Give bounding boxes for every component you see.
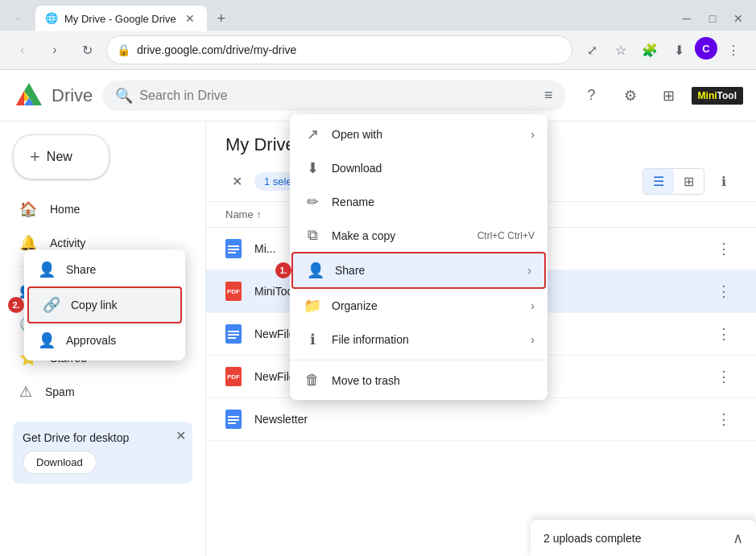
screen-cast-button[interactable]: ⤢: [579, 37, 605, 63]
grid-view-button[interactable]: ⊞: [674, 169, 704, 194]
list-view-button[interactable]: ☰: [643, 169, 674, 194]
home-icon: 🏠: [19, 200, 37, 218]
address-bar: ‹ › ↻ 🔒 drive.google.com/drive/my-drive …: [0, 31, 756, 69]
make-copy-shortcut: Ctrl+C Ctrl+V: [477, 230, 535, 241]
file-info-label: File information: [332, 333, 521, 346]
banner-title: Get Drive for desktop: [23, 431, 183, 444]
search-icon: 🔍: [115, 87, 133, 105]
star-button[interactable]: ☆: [608, 37, 634, 63]
title-bar: ← 🌐 My Drive - Google Drive ✕ + ─ □ ✕: [0, 0, 756, 31]
approvals-label: Approvals: [66, 334, 172, 347]
back-button[interactable]: ←: [6, 6, 32, 31]
organize-menu-item[interactable]: 📁 Organize ›: [290, 289, 547, 323]
approvals-menu-item[interactable]: 👤 Approvals: [24, 323, 185, 357]
make-copy-label: Make a copy: [332, 229, 468, 242]
drive-logo: Drive: [13, 80, 93, 112]
settings-button[interactable]: ⚙: [614, 80, 647, 112]
open-with-label: Open with: [332, 128, 521, 141]
profile-button[interactable]: C: [695, 37, 717, 60]
active-tab[interactable]: 🌐 My Drive - Google Drive ✕: [35, 6, 207, 31]
share-submenu: 👤 Share 2. 🔗 Copy link 👤 Approvals: [24, 249, 185, 360]
info-button[interactable]: ℹ: [711, 169, 737, 195]
trash-icon: 🗑: [303, 372, 322, 389]
url-bar[interactable]: 🔒 drive.google.com/drive/my-drive: [106, 35, 572, 64]
tab-favicon: 🌐: [45, 12, 58, 25]
table-row[interactable]: Newsletter ⋮: [206, 398, 756, 441]
file-info-menu-item[interactable]: ℹ File information ›: [290, 323, 547, 356]
copy-link-icon: 🔗: [42, 296, 61, 314]
download-menu-item[interactable]: ⬇ Download: [290, 151, 547, 185]
organize-icon: 📁: [303, 297, 322, 315]
page-title: My Drive: [225, 134, 295, 154]
forward-nav-button[interactable]: ›: [42, 37, 68, 63]
new-tab-button[interactable]: +: [210, 7, 233, 30]
plus-icon: +: [30, 146, 40, 167]
file-more-button[interactable]: ⋮: [711, 406, 737, 432]
close-button[interactable]: ✕: [727, 7, 750, 30]
sidebar-item-spam[interactable]: ⚠ Spam: [6, 375, 199, 409]
deselect-button[interactable]: ✕: [225, 171, 248, 193]
open-with-menu-item[interactable]: ↗ Open with ›: [290, 117, 547, 151]
file-more-button[interactable]: ⋮: [711, 364, 737, 389]
copy-link-menu-item[interactable]: 2. 🔗 Copy link: [27, 286, 182, 323]
pdf-icon: PDF: [225, 282, 245, 301]
apps-button[interactable]: ⊞: [653, 80, 685, 112]
new-button[interactable]: + New: [13, 134, 109, 179]
svg-marker-4: [16, 91, 24, 105]
help-button[interactable]: ?: [576, 80, 608, 112]
address-actions: ⤢ ☆ 🧩 ⬇ C ⋮: [579, 37, 746, 63]
tab-close-button[interactable]: ✕: [183, 11, 197, 26]
back-nav-button[interactable]: ‹: [10, 37, 35, 63]
approvals-icon: 👤: [37, 332, 56, 349]
open-with-icon: ↗: [303, 126, 322, 143]
download-button[interactable]: ⬇: [666, 37, 692, 63]
browser-chrome: ← 🌐 My Drive - Google Drive ✕ + ─ □ ✕ ‹ …: [0, 0, 756, 70]
doc-icon: [225, 239, 245, 258]
svg-rect-13: [228, 334, 239, 336]
tab-title: My Drive - Google Drive: [64, 13, 176, 25]
organize-label: Organize: [332, 299, 521, 312]
drive-logo-icon: [13, 80, 45, 112]
drive-desktop-banner: ✕ Get Drive for desktop Download: [13, 422, 192, 484]
search-input[interactable]: [139, 89, 538, 103]
download-label: Download: [332, 162, 535, 175]
download-drive-button[interactable]: Download: [23, 451, 97, 474]
sidebar-item-home[interactable]: 🏠 Home: [6, 192, 199, 226]
rename-menu-item[interactable]: ✏ Rename: [290, 185, 547, 219]
file-info-icon: ℹ: [303, 331, 322, 348]
share-menu-item[interactable]: 1. 👤 Share ›: [291, 252, 546, 289]
pdf-icon: PDF: [225, 367, 245, 386]
svg-rect-7: [228, 249, 239, 250]
extensions-button[interactable]: 🧩: [637, 37, 663, 63]
copy-link-label: Copy link: [71, 299, 167, 311]
share-person-icon: 👤: [37, 261, 56, 278]
download-icon: ⬇: [303, 159, 322, 177]
minimize-button[interactable]: ─: [675, 7, 698, 30]
share-submenu-item[interactable]: 👤 Share: [24, 253, 185, 286]
chrome-menu-button[interactable]: ⋮: [721, 37, 746, 63]
menu-divider: [290, 360, 547, 360]
file-more-button[interactable]: ⋮: [711, 278, 737, 304]
refresh-button[interactable]: ↻: [74, 37, 100, 63]
rename-icon: ✏: [303, 193, 322, 211]
restore-button[interactable]: □: [701, 7, 724, 30]
notification-collapse-button[interactable]: ∧: [733, 529, 743, 547]
banner-close-button[interactable]: ✕: [176, 428, 186, 443]
trash-menu-item[interactable]: 🗑 Move to trash: [290, 364, 547, 397]
search-bar[interactable]: 🔍 ≡: [102, 80, 565, 111]
svg-rect-18: [228, 416, 239, 418]
file-more-button[interactable]: ⋮: [711, 236, 737, 262]
minitool-logo: MiniTool: [692, 87, 743, 105]
rename-label: Rename: [332, 196, 535, 208]
svg-rect-8: [228, 252, 236, 253]
view-toggle: ☰ ⊞: [642, 168, 704, 195]
make-copy-menu-item[interactable]: ⧉ Make a copy Ctrl+C Ctrl+V: [290, 219, 547, 252]
sidebar-item-activity-label: Activity: [50, 237, 85, 249]
window-controls: ─ □ ✕: [675, 7, 750, 30]
share-submenu-label: Share: [66, 263, 172, 276]
url-text: drive.google.com/drive/my-drive: [137, 43, 562, 56]
file-more-button[interactable]: ⋮: [711, 321, 737, 347]
file-name: Newsletter: [254, 413, 711, 426]
notification-text: 2 uploads complete: [543, 532, 723, 545]
filter-icon[interactable]: ≡: [544, 87, 553, 104]
